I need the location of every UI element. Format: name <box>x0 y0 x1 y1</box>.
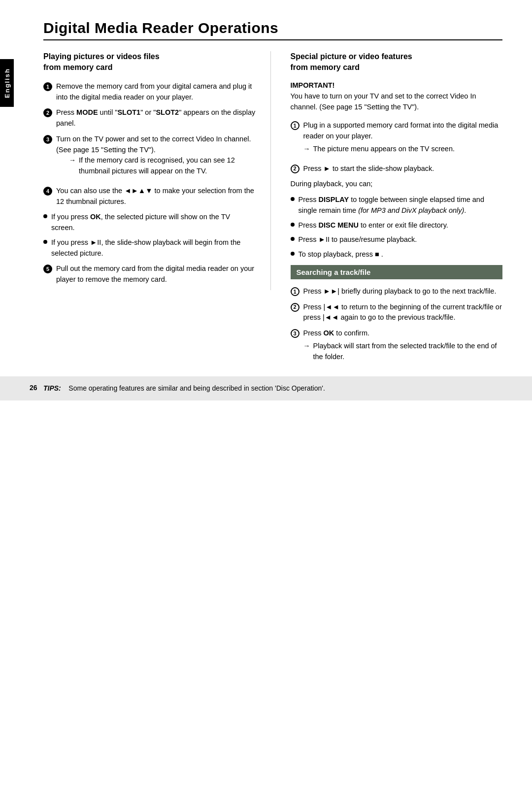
num-circle-1: 1 <box>43 82 52 91</box>
tips-text: Some operating features are similar and … <box>68 384 325 392</box>
important-text: You have to turn on your TV and set to t… <box>291 91 503 113</box>
left-bullet-list: If you press OK, the selected picture wi… <box>43 212 256 259</box>
num-circle-4: 4 <box>43 187 52 196</box>
note-text: The picture menu appears on the TV scree… <box>313 144 455 155</box>
num-circle-s1: 1 <box>291 287 299 296</box>
num-circle-2: 2 <box>291 165 299 173</box>
language-sidebar-tab: English <box>0 59 14 107</box>
num-circle-s2: 2 <box>291 303 299 312</box>
item-text: If you press ►II, the slide-show playbac… <box>51 237 256 259</box>
page-title: Digital Media Reader Operations <box>43 20 502 36</box>
bullet-dot <box>43 214 47 218</box>
list-item: If you press OK, the selected picture wi… <box>43 212 256 233</box>
item-text: Turn on the TV power and set to the corr… <box>56 135 251 154</box>
item-text: Press MODE until "SLOT1" or "SLOT2" appe… <box>56 107 256 129</box>
item-content: Press OK to confirm. → Playback will sta… <box>303 328 503 366</box>
left-column: Playing pictures or videos filesfrom mem… <box>43 51 271 290</box>
main-content: Digital Media Reader Operations Playing … <box>43 20 502 371</box>
arrow-note: → The picture menu appears on the TV scr… <box>303 144 503 155</box>
list-item: 1 Press ►►| briefly during playback to g… <box>291 286 503 297</box>
bullet-dot <box>291 252 295 256</box>
list-item: Press ►II to pause/resume playback. <box>291 234 503 245</box>
list-item: 1 Plug in a supported memory card format… <box>291 120 503 158</box>
list-item: 2 Press MODE until "SLOT1" or "SLOT2" ap… <box>43 107 256 129</box>
list-item: 5 Pull out the memory card from the digi… <box>43 264 256 285</box>
right-num-list: 1 Plug in a supported memory card format… <box>291 120 503 174</box>
list-item: 2 Press ► to start the slide-show playba… <box>291 164 503 174</box>
arrow-note: → If the memory card is recognised, you … <box>69 155 256 177</box>
arrow-symbol: → <box>69 155 76 166</box>
important-label: IMPORTANT! <box>291 81 503 89</box>
bullet-dot <box>291 223 295 227</box>
item-text: Press OK to confirm. <box>303 329 370 337</box>
important-box: IMPORTANT! You have to turn on your TV a… <box>291 81 503 113</box>
list-item: 4 You can also use the ◄►▲▼ to make your… <box>43 186 256 207</box>
arrow-note: → Playback will start from the selected … <box>303 341 503 363</box>
search-num-list: 1 Press ►►| briefly during playback to g… <box>291 286 503 366</box>
num-circle-2: 2 <box>43 108 52 117</box>
item-text: Pull out the memory card from the digita… <box>56 264 256 285</box>
bullet-dot <box>291 197 295 201</box>
tips-label: TIPS: <box>43 384 61 392</box>
left-num-list-2: 5 Pull out the memory card from the digi… <box>43 264 256 285</box>
list-item: Press DISPLAY to toggle between single e… <box>291 195 503 216</box>
page-wrapper: English Digital Media Reader Operations … <box>0 0 532 400</box>
bullet-dot <box>291 237 295 241</box>
playback-bullet-list: Press DISPLAY to toggle between single e… <box>291 195 503 260</box>
tips-bar: TIPS: Some operating features are simila… <box>0 376 532 400</box>
right-section-header: Special picture or video featuresfrom me… <box>291 51 503 73</box>
sidebar-label: English <box>3 68 11 98</box>
left-section-header: Playing pictures or videos filesfrom mem… <box>43 51 256 73</box>
list-item: 2 Press |◄◄ to return to the beginning o… <box>291 302 503 324</box>
list-item: If you press ►II, the slide-show playbac… <box>43 237 256 259</box>
note-text: If the memory card is recognised, you ca… <box>79 155 256 177</box>
title-divider <box>43 39 502 40</box>
arrow-symbol: → <box>303 341 310 351</box>
item-text: You can also use the ◄►▲▼ to make your s… <box>56 186 256 207</box>
item-text: Press ►II to pause/resume playback. <box>299 234 417 245</box>
item-content: Turn on the TV power and set to the corr… <box>56 134 256 181</box>
left-num-list: 1 Remove the memory card from your digit… <box>43 81 256 207</box>
num-circle-5: 5 <box>43 265 52 273</box>
item-text: Press |◄◄ to return to the beginning of … <box>303 302 503 324</box>
item-text: Press ►►| briefly during playback to go … <box>303 286 497 297</box>
right-column: Special picture or video featuresfrom me… <box>291 51 503 371</box>
search-section-bar: Searching a track/file <box>291 265 503 279</box>
list-item: 3 Press OK to confirm. → Playback will s… <box>291 328 503 366</box>
item-content: Plug in a supported memory card format i… <box>303 120 503 158</box>
num-circle-s3: 3 <box>291 329 299 338</box>
num-circle-1: 1 <box>291 121 299 130</box>
arrow-symbol: → <box>303 144 310 154</box>
two-columns-layout: Playing pictures or videos filesfrom mem… <box>43 51 502 371</box>
item-text: Plug in a supported memory card format i… <box>303 121 499 140</box>
item-text: If you press OK, the selected picture wi… <box>51 212 256 233</box>
list-item: 1 Remove the memory card from your digit… <box>43 81 256 103</box>
during-playback-text: During playback, you can; <box>291 179 503 190</box>
page-number: 26 <box>30 384 37 392</box>
item-text: Press DISC MENU to enter or exit file di… <box>299 220 448 231</box>
list-item: To stop playback, press ■ . <box>291 249 503 260</box>
item-text: Press ► to start the slide-show playback… <box>303 164 434 174</box>
list-item: Press DISC MENU to enter or exit file di… <box>291 220 503 231</box>
num-circle-3: 3 <box>43 135 52 144</box>
list-item: 3 Turn on the TV power and set to the co… <box>43 134 256 181</box>
note-text: Playback will start from the selected tr… <box>313 341 503 363</box>
item-text: Remove the memory card from your digital… <box>56 81 256 103</box>
item-text: Press DISPLAY to toggle between single e… <box>299 195 503 216</box>
item-text: To stop playback, press ■ . <box>299 249 383 260</box>
bullet-dot <box>43 240 47 244</box>
